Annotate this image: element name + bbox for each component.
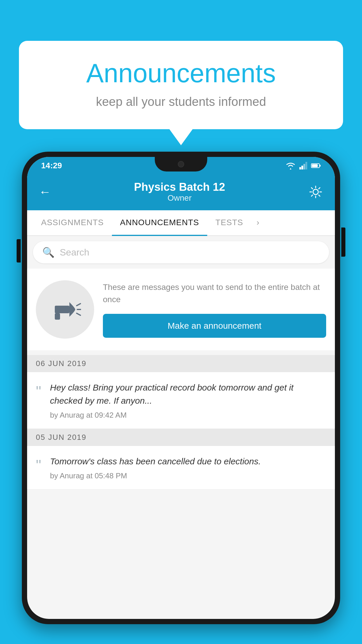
announcement-content-2: Tomorrow's class has been cancelled due … <box>50 455 326 480</box>
content-area: 🔍 Search <box>27 236 335 489</box>
quote-icon-1: " <box>33 381 44 402</box>
announcement-text-2: Tomorrow's class has been cancelled due … <box>50 455 326 468</box>
svg-rect-2 <box>303 164 305 169</box>
camera-dot <box>178 161 184 167</box>
app-header: ← Physics Batch 12 Owner <box>27 174 335 210</box>
header-center: Physics Batch 12 Owner <box>134 181 225 203</box>
status-icons <box>285 162 321 170</box>
tab-tests[interactable]: TESTS <box>207 210 251 236</box>
speech-bubble-card: Announcements keep all your students inf… <box>19 41 343 129</box>
date-separator-1: 06 JUN 2019 <box>27 355 335 372</box>
tab-more[interactable]: › <box>251 210 264 235</box>
tab-announcements[interactable]: ANNOUNCEMENTS <box>112 210 207 236</box>
svg-rect-9 <box>55 313 60 320</box>
signal-icon <box>299 162 307 169</box>
promo-description: These are messages you want to send to t… <box>103 281 326 306</box>
phone-notch <box>155 157 207 172</box>
svg-rect-0 <box>299 167 301 169</box>
announcement-item-1[interactable]: " Hey class! Bring your practical record… <box>27 372 335 429</box>
back-button[interactable]: ← <box>39 185 51 199</box>
status-time: 14:29 <box>41 161 62 170</box>
settings-icon[interactable] <box>308 184 323 200</box>
svg-rect-6 <box>312 164 318 167</box>
phone-inner-screen: 14:29 <box>27 157 335 619</box>
header-title: Physics Batch 12 <box>134 181 225 193</box>
search-bar[interactable]: 🔍 Search <box>33 241 329 263</box>
svg-rect-5 <box>319 165 321 167</box>
tab-assignments[interactable]: ASSIGNMENTS <box>33 210 112 236</box>
announcement-content-1: Hey class! Bring your practical record b… <box>50 381 326 420</box>
announcement-item-2[interactable]: " Tomorrow's class has been cancelled du… <box>27 446 335 489</box>
megaphone-circle <box>36 280 94 339</box>
announcement-meta-2: by Anurag at 05:48 PM <box>50 471 326 480</box>
bubble-subtitle: keep all your students informed <box>42 95 320 109</box>
promo-right: These are messages you want to send to t… <box>103 281 326 338</box>
header-subtitle: Owner <box>134 193 225 203</box>
megaphone-icon <box>49 293 81 326</box>
announcement-meta-1: by Anurag at 09:42 AM <box>50 411 326 420</box>
phone-outer-shell: 14:29 <box>22 152 340 624</box>
quote-icon-2: " <box>33 455 44 476</box>
search-placeholder-text: Search <box>60 247 89 258</box>
svg-line-10 <box>77 304 80 306</box>
battery-icon <box>311 163 321 169</box>
svg-rect-8 <box>55 306 69 313</box>
bubble-title: Announcements <box>42 58 320 88</box>
svg-rect-1 <box>301 166 303 169</box>
svg-point-7 <box>313 189 318 195</box>
search-icon: 🔍 <box>42 246 55 258</box>
make-announcement-button[interactable]: Make an announcement <box>103 314 326 338</box>
svg-line-12 <box>77 313 80 315</box>
wifi-icon <box>285 162 296 170</box>
svg-rect-3 <box>305 162 307 169</box>
promo-section: These are messages you want to send to t… <box>27 269 335 350</box>
tabs-bar: ASSIGNMENTS ANNOUNCEMENTS TESTS › <box>27 210 335 236</box>
date-separator-2: 05 JUN 2019 <box>27 429 335 446</box>
speech-bubble-section: Announcements keep all your students inf… <box>19 41 343 129</box>
announcement-text-1: Hey class! Bring your practical record b… <box>50 381 326 407</box>
phone-mockup: 14:29 <box>22 152 340 644</box>
